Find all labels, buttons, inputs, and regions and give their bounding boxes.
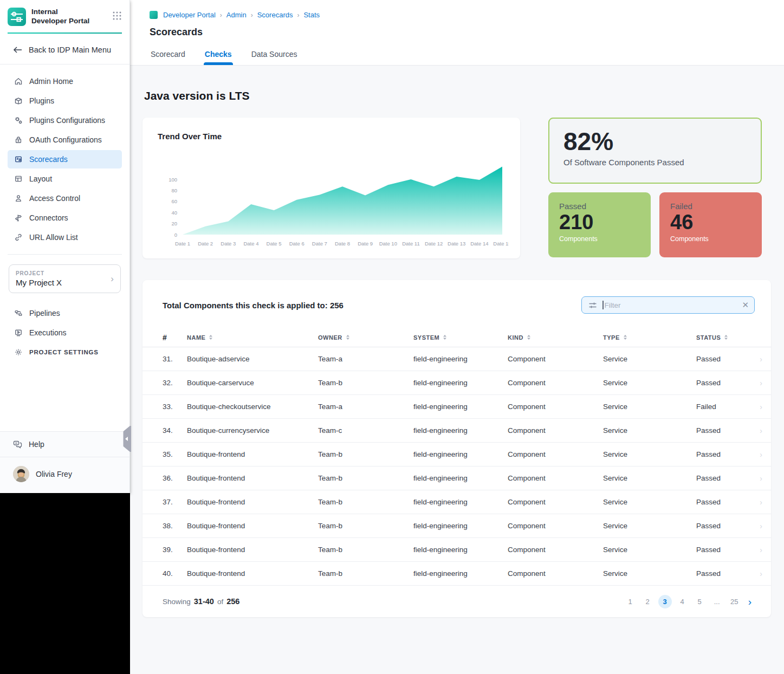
svg-text:Date 4: Date 4: [243, 241, 258, 247]
tab-data-sources[interactable]: Data Sources: [251, 50, 297, 65]
page-button-1[interactable]: 1: [624, 595, 637, 608]
sidebar-item-url-allow-list[interactable]: URL Allow List: [8, 228, 122, 247]
user-menu[interactable]: Olivia Frey: [0, 457, 129, 493]
sidebar-item-project-settings[interactable]: PROJECT SETTINGS: [8, 343, 122, 361]
breadcrumb-scorecards[interactable]: Scorecards: [257, 11, 293, 19]
column-header-name[interactable]: NAME: [187, 334, 318, 341]
table-row[interactable]: 35.Boutique-frontendTeam-bfield-engineer…: [142, 443, 771, 466]
filter-box[interactable]: ✕: [581, 296, 755, 314]
pagination-next-icon[interactable]: ›: [748, 597, 751, 607]
pagination: 12345...25 ›: [624, 595, 751, 608]
cell-system: field-engineering: [413, 403, 508, 411]
showing-total: 256: [226, 597, 239, 606]
breadcrumb-logo-icon: [150, 11, 158, 19]
table-row[interactable]: 39.Boutique-frontendTeam-bfield-engineer…: [142, 538, 771, 562]
sort-icon: [209, 334, 213, 340]
cell-status: Passed: [696, 569, 751, 578]
person-icon: [14, 194, 23, 203]
column-header-num[interactable]: #: [163, 333, 187, 342]
cell-name: Boutique-adservice: [187, 355, 318, 363]
sidebar-lower-nav: Pipelines Executions PROJECT SETTINGS: [0, 293, 129, 362]
passed-value: 210: [559, 211, 640, 235]
cell-num: 33.: [163, 403, 187, 411]
cell-kind: Component: [508, 355, 603, 363]
sidebar-item-executions[interactable]: Executions: [8, 323, 122, 342]
page-button-3[interactable]: 3: [658, 595, 672, 608]
sort-icon: [346, 334, 350, 340]
cell-kind: Component: [508, 403, 603, 411]
sidebar-item-connectors[interactable]: Connectors: [8, 209, 122, 227]
cell-owner: Team-a: [318, 355, 413, 363]
column-header-status[interactable]: STATUS: [696, 334, 751, 341]
row-chevron-icon: ›: [751, 522, 762, 530]
cell-status: Passed: [696, 379, 751, 387]
cell-num: 36.: [163, 474, 187, 482]
table-row[interactable]: 33.Boutique-checkoutserviceTeam-afield-e…: [142, 395, 771, 419]
table-row[interactable]: 38.Boutique-frontendTeam-bfield-engineer…: [142, 514, 771, 538]
svg-text:Date 14: Date 14: [470, 241, 488, 247]
showing-summary: Showing 31-40 of 256: [163, 597, 239, 606]
filter-input[interactable]: [605, 301, 737, 309]
cell-system: field-engineering: [413, 450, 508, 458]
cell-name: Boutique-frontend: [187, 569, 318, 578]
svg-text:20: 20: [171, 221, 177, 226]
help-button[interactable]: Help: [0, 432, 129, 457]
page-button-25[interactable]: 25: [728, 595, 741, 608]
column-header-kind[interactable]: KIND: [508, 334, 603, 341]
column-header-owner[interactable]: OWNER: [318, 334, 413, 341]
breadcrumb-developer-portal[interactable]: Developer Portal: [163, 11, 216, 19]
table-row[interactable]: 37.Boutique-frontendTeam-bfield-engineer…: [142, 490, 771, 514]
sidebar-item-plugins-configurations[interactable]: Plugins Configurations: [8, 111, 122, 129]
row-chevron-icon: ›: [751, 546, 762, 554]
cell-type: Service: [603, 474, 696, 482]
cell-status: Passed: [696, 450, 751, 458]
cell-owner: Team-b: [318, 474, 413, 482]
page-button-4[interactable]: 4: [676, 595, 689, 608]
cell-name: Boutique-frontend: [187, 450, 318, 458]
apps-grid-icon[interactable]: [112, 11, 122, 23]
column-header-type[interactable]: TYPE: [603, 334, 696, 341]
back-to-main-menu[interactable]: Back to IDP Main Menu: [0, 34, 129, 64]
cell-name: Boutique-frontend: [187, 522, 318, 530]
pipelines-icon: [14, 309, 23, 317]
svg-text:Date 2: Date 2: [198, 241, 213, 247]
cell-type: Service: [603, 403, 696, 411]
sidebar-item-plugins[interactable]: Plugins: [8, 92, 122, 110]
table-row[interactable]: 34.Boutique-currencyserviceTeam-cfield-e…: [142, 419, 771, 443]
breadcrumb-admin[interactable]: Admin: [226, 11, 247, 19]
svg-text:0: 0: [174, 232, 177, 238]
table-row[interactable]: 31.Boutique-adserviceTeam-afield-enginee…: [142, 347, 771, 371]
sidebar-item-layout[interactable]: Layout: [8, 170, 122, 188]
close-icon[interactable]: ✕: [742, 300, 749, 310]
page-button-2[interactable]: 2: [641, 595, 655, 608]
row-chevron-icon: ›: [751, 403, 762, 411]
table-row[interactable]: 32.Boutique-carservuceTeam-bfield-engine…: [142, 371, 771, 395]
cell-num: 39.: [163, 546, 187, 554]
executions-icon: [14, 328, 23, 337]
sidebar-item-scorecards[interactable]: Scorecards: [8, 150, 122, 168]
sidebar-item-oauth-configurations[interactable]: OAuth Configurations: [8, 131, 122, 149]
svg-text:Date 10: Date 10: [379, 241, 397, 247]
sidebar-item-access-control[interactable]: Access Control: [8, 189, 122, 208]
cell-type: Service: [603, 546, 696, 554]
tab-scorecard[interactable]: Scorecard: [151, 50, 185, 65]
cell-num: 31.: [163, 355, 187, 363]
cell-owner: Team-c: [318, 426, 413, 435]
arrow-left-icon: [13, 46, 22, 54]
cell-name: Boutique-frontend: [187, 498, 318, 506]
sidebar-item-admin-home[interactable]: Admin Home: [8, 72, 122, 90]
components-table-card: Total Components this check is applied t…: [142, 280, 771, 617]
table-row[interactable]: 40.Boutique-frontendTeam-bfield-engineer…: [142, 562, 771, 586]
project-selector[interactable]: PROJECT My Project X ›: [9, 264, 121, 293]
page-button-5[interactable]: 5: [693, 595, 707, 608]
plugins-icon: [14, 96, 23, 105]
sidebar-item-pipelines[interactable]: Pipelines: [8, 304, 122, 322]
cell-owner: Team-b: [318, 569, 413, 578]
sidebar-collapse-handle[interactable]: [122, 426, 131, 454]
breadcrumb-stats[interactable]: Stats: [303, 11, 320, 19]
table-row[interactable]: 36.Boutique-frontendTeam-bfield-engineer…: [142, 466, 771, 490]
column-header-system[interactable]: SYSTEM: [413, 334, 508, 341]
page-title: Scorecards: [130, 19, 784, 38]
cell-status: Passed: [696, 426, 751, 435]
tab-checks[interactable]: Checks: [205, 50, 232, 65]
